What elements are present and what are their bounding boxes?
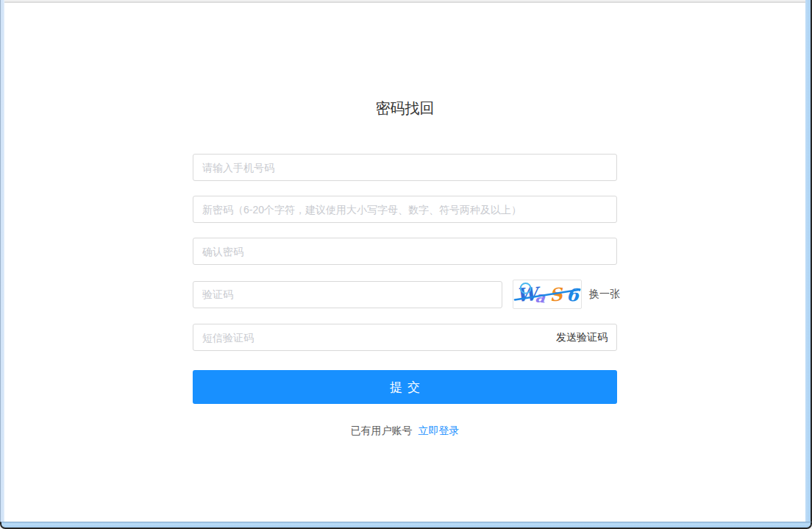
captcha-char: S [549,285,563,305]
confirm-password-row [193,238,617,265]
confirm-password-input[interactable] [193,238,617,265]
captcha-text: WaS6 [516,285,579,304]
new-password-row [193,196,617,223]
page-content: 密码找回 WaS6 [4,3,805,522]
page-title: 密码找回 [4,99,805,118]
window-left-border [0,0,4,523]
sms-code-row: 发送验证码 [193,324,617,351]
captcha-refresh-link[interactable]: 换一张 [589,288,620,301]
login-now-link[interactable]: 立即登录 [419,425,460,436]
submit-button[interactable]: 提交 [193,370,617,404]
captcha-char: 6 [566,285,579,304]
footer: 已有用户账号立即登录 [193,425,617,438]
window-right-border [805,0,812,523]
phone-input[interactable] [193,154,617,181]
captcha-row: WaS6 换一张 [193,280,617,309]
captcha-image[interactable]: WaS6 [513,280,582,309]
window-bottom-border [0,522,812,529]
password-recovery-form: WaS6 换一张 发送验证码 提交 已有用户账号立即登录 [193,154,617,438]
phone-row [193,154,617,181]
new-password-input[interactable] [193,196,617,223]
window-top-border [4,1,805,3]
send-sms-code-button[interactable]: 发送验证码 [550,331,608,344]
have-account-text: 已有用户账号 [351,425,413,436]
captcha-input[interactable] [193,281,502,308]
captcha-char: a [534,288,546,305]
